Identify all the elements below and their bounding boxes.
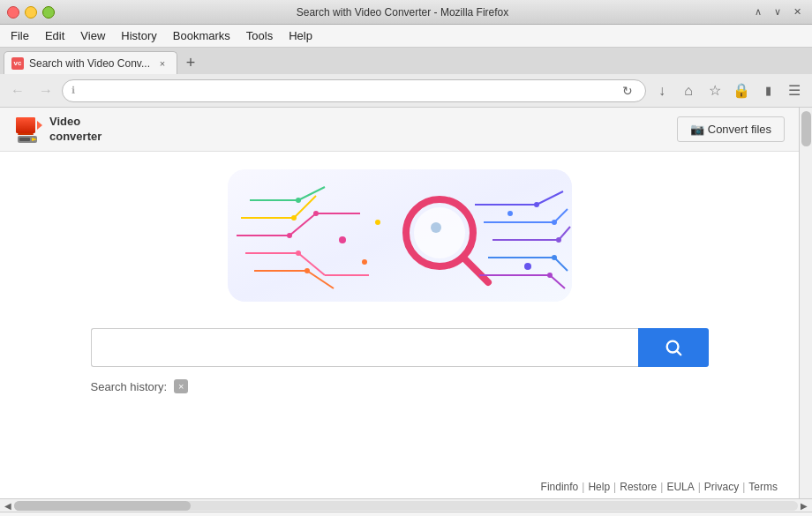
footer-terms[interactable]: Terms [745,481,781,493]
toolbar-icons: ↓ ⌂ ☆ 🔒 ▮ ☰ [650,79,807,103]
title-nav-close[interactable]: ✕ [789,4,805,20]
scroll-track [14,501,798,511]
main-area: Search history: × [0,152,799,475]
footer-links-area: Findinfo | Help | Restore | EULA | Priva… [0,475,799,498]
svg-line-51 [677,351,680,355]
tab-label: Search with Video Conv... [29,57,150,70]
convert-icon: 📷 [690,123,704,136]
menu-view[interactable]: View [73,26,112,45]
svg-point-32 [534,202,539,207]
minimize-window-button[interactable] [25,6,37,19]
svg-point-35 [552,220,557,225]
svg-point-28 [431,222,441,233]
svg-point-19 [304,268,310,273]
svg-point-49 [524,263,531,270]
menu-icon[interactable]: ☰ [782,79,807,103]
svg-rect-1 [16,117,35,133]
svg-rect-3 [18,133,34,135]
svg-point-22 [291,215,297,221]
scrollbar-horizontal[interactable]: ◀ ▶ [0,498,812,512]
svg-point-16 [296,251,301,256]
footer-links: Findinfo | Help | Restore | EULA | Priva… [538,481,781,493]
active-tab[interactable]: vc Search with Video Conv... × [4,51,177,74]
logo-svg [228,169,572,302]
page-header: Video converter 📷 Convert files [0,108,799,152]
svg-marker-2 [37,121,42,130]
pocket-icon[interactable]: ▮ [756,79,780,103]
browser-content: Video converter 📷 Convert files [0,108,812,498]
address-info-icon: ℹ [71,85,75,96]
new-tab-button[interactable]: + [179,51,202,74]
svg-point-41 [552,255,557,260]
tab-bar: vc Search with Video Conv... × + [0,48,812,74]
home-icon[interactable]: ⌂ [676,79,701,103]
scroll-h-thumb[interactable] [14,501,191,511]
maximize-window-button[interactable] [42,6,55,19]
search-button[interactable] [638,328,709,367]
address-input[interactable] [79,84,615,97]
page-content: Video converter 📷 Convert files [0,108,799,498]
menu-tools[interactable]: Tools [239,26,280,45]
bookmark-lock-icon[interactable]: 🔒 [729,79,754,103]
svg-point-44 [547,273,553,278]
window-controls [7,6,55,19]
window-title: Search with Video Converter - Mozilla Fi… [55,6,750,19]
menu-help[interactable]: Help [282,26,320,45]
downloads-icon[interactable]: ↓ [650,79,674,103]
footer-privacy[interactable]: Privacy [701,481,742,493]
brand: Video converter [14,114,102,146]
footer-restore[interactable]: Restore [616,481,660,493]
svg-point-11 [287,233,292,238]
footer-findinfo[interactable]: Findinfo [538,481,583,493]
scroll-right-arrow[interactable]: ▶ [798,499,810,512]
forward-button[interactable]: → [34,79,58,103]
close-window-button[interactable] [7,6,19,19]
title-bar: Search with Video Converter - Mozilla Fi… [0,0,812,25]
scroll-left-arrow[interactable]: ◀ [2,499,14,512]
search-bar [91,328,709,367]
svg-point-27 [414,207,465,258]
scrollbar-vertical[interactable] [799,108,812,498]
search-history-bar: Search history: × [91,379,709,393]
brand-text: Video converter [49,115,102,145]
search-history-clear-button[interactable]: × [174,379,188,393]
svg-point-25 [296,198,301,203]
svg-point-48 [508,211,513,216]
title-nav-down[interactable]: ∨ [770,4,786,20]
svg-point-38 [556,237,561,243]
search-input[interactable] [91,328,638,367]
address-bar: ← → ℹ ↻ ↓ ⌂ ☆ 🔒 ▮ ☰ [0,74,812,108]
svg-rect-5 [19,138,30,141]
address-input-wrap: ℹ ↻ [62,79,646,102]
status-bar: Search with Video Converter - Chabware b… [0,512,812,516]
reload-icon[interactable]: ↻ [619,84,636,98]
title-nav-up[interactable]: ∧ [750,4,766,20]
scrollbar-thumb[interactable] [801,111,811,146]
search-history-label: Search history: [91,380,168,393]
svg-point-47 [375,220,380,225]
footer-eula[interactable]: EULA [663,481,697,493]
menu-file[interactable]: File [4,26,36,45]
svg-point-46 [362,259,367,265]
svg-point-45 [339,236,346,243]
footer-help[interactable]: Help [584,481,613,493]
logo-image [228,169,572,302]
convert-files-button[interactable]: 📷 Convert files [677,116,785,142]
menu-history[interactable]: History [114,26,163,45]
title-nav-buttons: ∧ ∨ ✕ [750,4,805,20]
svg-point-12 [313,211,319,216]
menu-bar: File Edit View History Bookmarks Tools H… [0,25,812,48]
tab-close-button[interactable]: × [155,56,169,71]
menu-edit[interactable]: Edit [38,26,71,45]
back-button[interactable]: ← [5,79,30,103]
bookmarks-star-icon[interactable]: ☆ [703,79,727,103]
menu-bookmarks[interactable]: Bookmarks [166,26,237,45]
brand-icon [14,114,42,146]
tab-favicon: vc [11,57,24,70]
